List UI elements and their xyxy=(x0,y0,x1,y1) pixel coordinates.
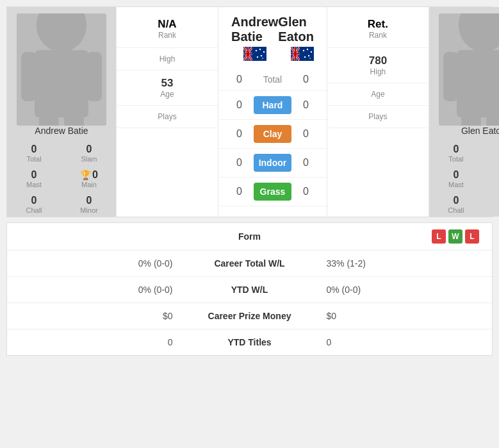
left-player-name-top: Andrew Batie xyxy=(231,15,278,44)
left-rank-lbl: Rank xyxy=(123,31,211,40)
form-center-label: Form xyxy=(186,231,314,242)
prize-money-label: Career Prize Money xyxy=(186,311,314,321)
left-age-block: 53 Age xyxy=(117,71,218,106)
total-right-score: 0 xyxy=(298,74,314,85)
svg-point-22 xyxy=(262,58,263,59)
svg-rect-41 xyxy=(443,52,459,101)
svg-point-39 xyxy=(459,13,499,52)
left-flag-icon xyxy=(243,47,266,61)
lp-mast-lbl: Mast xyxy=(26,181,42,188)
prize-money-right: $0 xyxy=(314,311,480,321)
clay-left-score: 0 xyxy=(231,128,247,140)
left-silhouette-svg xyxy=(17,13,106,126)
lp-chall-lbl: Chall xyxy=(26,206,42,214)
clay-right-score: 0 xyxy=(298,128,314,140)
hard-row: 0 Hard 0 xyxy=(218,91,327,120)
grass-button[interactable]: Grass xyxy=(254,183,291,201)
svg-rect-16 xyxy=(252,47,266,61)
ytd-titles-row: 0 YTD Titles 0 xyxy=(7,329,492,355)
indoor-left-score: 0 xyxy=(231,157,247,169)
center-names-row: Andrew Batie xyxy=(218,7,327,69)
right-rank-lbl: Rank xyxy=(334,31,422,40)
svg-rect-4 xyxy=(39,115,59,126)
prize-money-left: $0 xyxy=(20,311,186,321)
left-high-block: High xyxy=(117,48,218,71)
total-left-score: 0 xyxy=(231,74,247,85)
right-high-block: 780 High xyxy=(327,48,429,83)
right-age-block: Age xyxy=(327,83,429,106)
left-stats-col: N/A Rank High 53 Age Plays xyxy=(116,7,218,217)
ytd-titles-left: 0 xyxy=(20,337,186,347)
lp-main-val: 0 xyxy=(92,169,98,181)
career-total-label: Career Total W/L xyxy=(186,258,314,269)
lp-slam-val: 0 xyxy=(86,144,92,155)
form-row: Form L W L xyxy=(7,223,492,251)
svg-point-36 xyxy=(308,55,309,56)
svg-rect-5 xyxy=(64,115,84,126)
career-total-right: 33% (1-2) xyxy=(314,258,480,269)
lp-slam-lbl: Slam xyxy=(81,155,97,163)
svg-point-37 xyxy=(304,56,306,58)
indoor-row: 0 Indoor 0 xyxy=(218,149,327,178)
right-plays-block: Plays xyxy=(327,106,429,128)
rp-total-pair: 0 Total xyxy=(429,141,483,165)
hard-left-score: 0 xyxy=(231,99,247,111)
left-plays-block: Plays xyxy=(117,106,218,128)
left-mast-pair: 0 Mast xyxy=(7,167,61,191)
left-plays-lbl: Plays xyxy=(123,112,211,121)
left-player-name-under: Andrew Batie xyxy=(35,126,88,136)
form-badge-W: W xyxy=(448,229,462,244)
form-badge-L-1: L xyxy=(432,229,446,244)
svg-point-17 xyxy=(255,50,256,51)
ytd-wl-right: 0% (0-0) xyxy=(314,285,480,295)
rp-mast-pair: 0 Mast xyxy=(429,167,483,191)
grass-row: 0 Grass 0 xyxy=(218,178,327,206)
right-player-name-under: Glen Eaton xyxy=(461,126,499,136)
rp-slam-pair: 0 Slam xyxy=(484,141,499,165)
lp-mast-val: 0 xyxy=(31,169,37,181)
svg-point-21 xyxy=(256,56,258,58)
svg-point-19 xyxy=(263,51,264,53)
right-player-photo-col: Glen Eaton 0 Total 0 Slam 0 Mast 🏆 0 Mai… xyxy=(429,7,499,217)
right-stats-grid: 0 Total 0 Slam 0 Mast 🏆 0 Main 0 Chall 0… xyxy=(429,141,499,217)
right-plays-lbl: Plays xyxy=(334,112,422,121)
lp-trophy: 🏆 xyxy=(80,170,91,180)
right-age-lbl: Age xyxy=(334,90,422,99)
rp-minor-pair: 0 Minor xyxy=(484,192,499,217)
right-player-silhouette xyxy=(439,13,499,126)
form-badge-L-2: L xyxy=(465,229,479,244)
lp-total-lbl: Total xyxy=(26,155,41,163)
svg-rect-44 xyxy=(486,115,499,126)
hard-right-score: 0 xyxy=(298,99,314,111)
left-high-label: High xyxy=(123,54,211,63)
right-high-lbl: High xyxy=(334,67,422,76)
lp-chall-val: 0 xyxy=(31,195,37,206)
hard-button[interactable]: Hard xyxy=(254,96,291,114)
svg-point-33 xyxy=(303,50,304,51)
left-chall-pair: 0 Chall xyxy=(7,192,61,217)
career-total-left: 0% (0-0) xyxy=(20,258,186,269)
left-rank-box: N/A Rank xyxy=(117,10,218,48)
ytd-titles-label: YTD Titles xyxy=(186,337,314,347)
ytd-titles-right: 0 xyxy=(314,337,480,347)
clay-button[interactable]: Clay xyxy=(254,125,291,143)
lp-total-val: 0 xyxy=(31,144,37,155)
lp-minor-val: 0 xyxy=(86,195,92,206)
form-badges-container: L W L xyxy=(314,229,480,244)
left-slam-pair: 0 Slam xyxy=(62,141,116,165)
clay-row: 0 Clay 0 xyxy=(218,120,327,149)
grass-left-score: 0 xyxy=(231,186,247,197)
lp-main-lbl: Main xyxy=(81,181,97,188)
center-col: Andrew Batie xyxy=(218,7,327,217)
left-age-lbl: Age xyxy=(123,90,211,99)
form-badges: L W L xyxy=(432,229,479,244)
right-rank-box: Ret. Rank xyxy=(327,10,429,48)
svg-rect-3 xyxy=(86,52,102,101)
right-stats-col: Ret. Rank 780 High Age Plays xyxy=(327,7,429,217)
left-player-silhouette xyxy=(17,13,106,126)
stats-table: Form L W L 0% (0-0) Career Total W/L 33%… xyxy=(6,222,493,356)
svg-point-18 xyxy=(259,49,260,50)
indoor-button[interactable]: Indoor xyxy=(254,154,291,172)
svg-rect-43 xyxy=(461,115,481,126)
svg-point-34 xyxy=(307,49,308,50)
